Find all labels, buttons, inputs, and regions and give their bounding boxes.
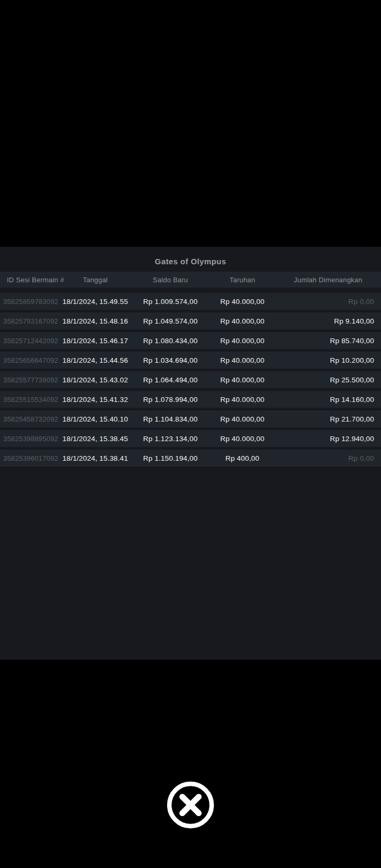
col-header-win: Jumlah Dimenangkan xyxy=(275,276,381,284)
cell-session-id: 35825396017092 xyxy=(0,454,59,462)
cell-date: 18/1/2024, 15.38.41 xyxy=(59,454,131,462)
modal-title: Gates of Olympus xyxy=(0,247,381,267)
game-history-panel: Gates of Olympus ID Sesi Bermain # Tangg… xyxy=(0,247,381,660)
table-row: 35825859783092 18/1/2024, 15.49.55 Rp 1.… xyxy=(0,293,381,310)
cell-new-balance: Rp 1.080.434,00 xyxy=(131,337,210,345)
cell-win-amount: Rp 9.140,00 xyxy=(275,317,381,325)
cell-bet: Rp 40.000,00 xyxy=(210,435,275,443)
cell-new-balance: Rp 1.104.834,00 xyxy=(131,415,210,423)
col-header-balance: Saldo Baru xyxy=(131,276,210,284)
close-button[interactable] xyxy=(167,781,214,829)
cell-bet: Rp 40.000,00 xyxy=(210,356,275,364)
cell-session-id: 35825577739092 xyxy=(0,376,59,384)
cell-date: 18/1/2024, 15.48.16 xyxy=(59,317,131,325)
cell-date: 18/1/2024, 15.40.10 xyxy=(59,415,131,423)
cell-win-amount: Rp 25.500,00 xyxy=(275,376,381,384)
table-body: 35825859783092 18/1/2024, 15.49.55 Rp 1.… xyxy=(0,288,381,469)
cell-new-balance: Rp 1.049.574,00 xyxy=(131,317,210,325)
table-header: ID Sesi Bermain # Tanggal Saldo Baru Tar… xyxy=(0,272,381,288)
cell-bet: Rp 40.000,00 xyxy=(210,298,275,306)
table-row: 35825396017092 18/1/2024, 15.38.41 Rp 1.… xyxy=(0,450,381,467)
cell-date: 18/1/2024, 15.49.55 xyxy=(59,298,131,306)
cell-session-id: 35825458732092 xyxy=(0,415,59,423)
cell-date: 18/1/2024, 15.46.17 xyxy=(59,337,131,345)
table-row: 35825458732092 18/1/2024, 15.40.10 Rp 1.… xyxy=(0,410,381,427)
cell-bet: Rp 40.000,00 xyxy=(210,337,275,345)
table-row: 35825656647092 18/1/2024, 15.44.56 Rp 1.… xyxy=(0,352,381,369)
cell-win-amount: Rp 85.740,00 xyxy=(275,337,381,345)
cell-bet: Rp 40.000,00 xyxy=(210,415,275,423)
cell-date: 18/1/2024, 15.44.56 xyxy=(59,356,131,364)
cell-win-amount: Rp 14.160,00 xyxy=(275,396,381,404)
table-row: 35825577739092 18/1/2024, 15.43.02 Rp 1.… xyxy=(0,371,381,388)
cell-session-id: 35825793167092 xyxy=(0,317,59,325)
col-header-bet: Taruhan xyxy=(210,276,275,284)
cell-bet: Rp 400,00 xyxy=(210,454,275,462)
cell-date: 18/1/2024, 15.43.02 xyxy=(59,376,131,384)
cell-date: 18/1/2024, 15.41.32 xyxy=(59,396,131,404)
table-row: 35825398895092 18/1/2024, 15.38.45 Rp 1.… xyxy=(0,430,381,447)
cell-new-balance: Rp 1.123.134,00 xyxy=(131,435,210,443)
table-row: 35825793167092 18/1/2024, 15.48.16 Rp 1.… xyxy=(0,312,381,329)
cell-new-balance: Rp 1.064.494,00 xyxy=(131,376,210,384)
cell-win-amount: Rp 10.200,00 xyxy=(275,356,381,364)
cell-new-balance: Rp 1.150.194,00 xyxy=(131,454,210,462)
col-header-date: Tanggal xyxy=(59,276,131,284)
cell-win-amount: Rp 21.700,00 xyxy=(275,415,381,423)
x-circle-icon xyxy=(167,781,214,829)
cell-session-id: 35825656647092 xyxy=(0,356,59,364)
table-row: 35825712442092 18/1/2024, 15.46.17 Rp 1.… xyxy=(0,332,381,349)
cell-bet: Rp 40.000,00 xyxy=(210,317,275,325)
cell-date: 18/1/2024, 15.38.45 xyxy=(59,435,131,443)
cell-bet: Rp 40.000,00 xyxy=(210,376,275,384)
cell-win-amount: Rp 0,00 xyxy=(275,298,381,306)
cell-bet: Rp 40.000,00 xyxy=(210,396,275,404)
table-row: 35825515534092 18/1/2024, 15.41.32 Rp 1.… xyxy=(0,391,381,408)
cell-session-id: 35825515534092 xyxy=(0,396,59,404)
cell-session-id: 35825712442092 xyxy=(0,337,59,345)
cell-new-balance: Rp 1.078.994,00 xyxy=(131,396,210,404)
cell-session-id: 35825859783092 xyxy=(0,298,59,306)
cell-win-amount: Rp 0,00 xyxy=(275,454,381,462)
cell-session-id: 35825398895092 xyxy=(0,435,59,443)
screen: Gates of Olympus ID Sesi Bermain # Tangg… xyxy=(0,0,381,868)
cell-new-balance: Rp 1.034.694,00 xyxy=(131,356,210,364)
cell-new-balance: Rp 1.009.574,00 xyxy=(131,298,210,306)
col-header-session-id: ID Sesi Bermain # xyxy=(0,276,59,284)
cell-win-amount: Rp 12.940,00 xyxy=(275,435,381,443)
